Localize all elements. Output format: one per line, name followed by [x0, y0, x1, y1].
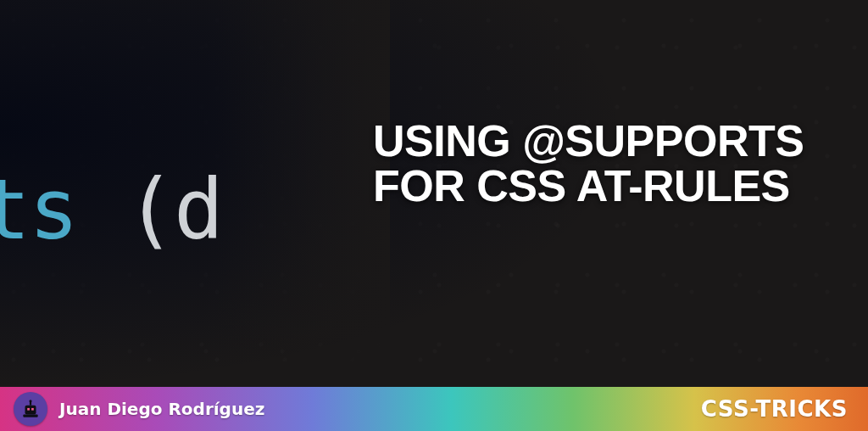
article-title: USING @SUPPORTS FOR CSS AT-RULES	[373, 119, 848, 209]
hero-card: rts (d n { displa USING @SUPPORTS FOR CS…	[0, 0, 868, 431]
title-line-1: USING @SUPPORTS	[373, 116, 804, 165]
vignette-overlay	[0, 0, 868, 431]
svg-rect-1	[27, 408, 30, 411]
footer-bar: Juan Diego Rodríguez CSS-TRICKS	[0, 387, 868, 431]
robot-icon	[19, 398, 42, 420]
site-brand: CSS-TRICKS	[701, 396, 848, 422]
title-line-2: FOR CSS AT-RULES	[373, 161, 790, 210]
author-name: Juan Diego Rodríguez	[59, 399, 264, 419]
svg-rect-0	[25, 406, 36, 415]
svg-rect-2	[31, 408, 34, 411]
author-block: Juan Diego Rodríguez	[14, 392, 264, 426]
svg-point-4	[29, 400, 31, 402]
author-avatar	[14, 392, 47, 426]
svg-rect-5	[23, 415, 37, 417]
